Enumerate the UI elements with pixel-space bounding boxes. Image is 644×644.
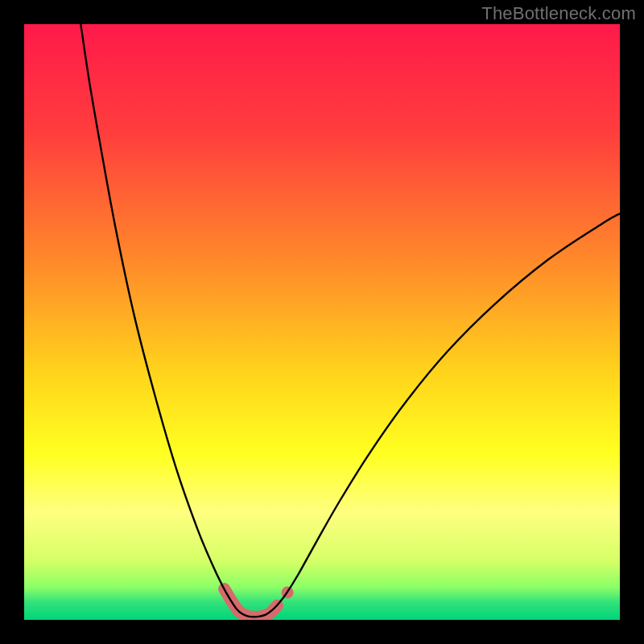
chart-frame: TheBottleneck.com — [0, 0, 644, 644]
watermark-text: TheBottleneck.com — [481, 3, 636, 24]
chart-svg — [24, 24, 620, 620]
plot-area — [24, 24, 620, 620]
